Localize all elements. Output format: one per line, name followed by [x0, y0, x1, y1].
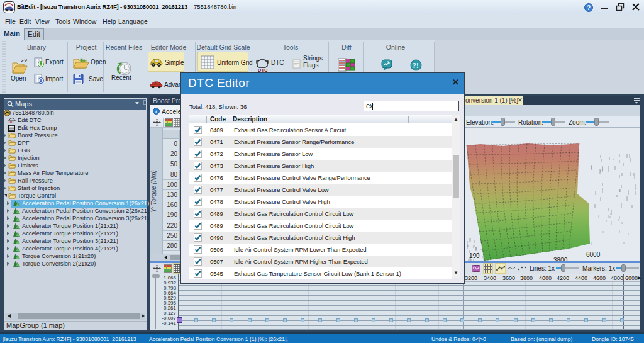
- svg-text:?: ?: [587, 4, 591, 11]
- svg-text:?!: ?!: [412, 62, 418, 69]
- svg-text:DTC: DTC: [9, 121, 15, 124]
- svg-text:DTC: DTC: [258, 67, 268, 72]
